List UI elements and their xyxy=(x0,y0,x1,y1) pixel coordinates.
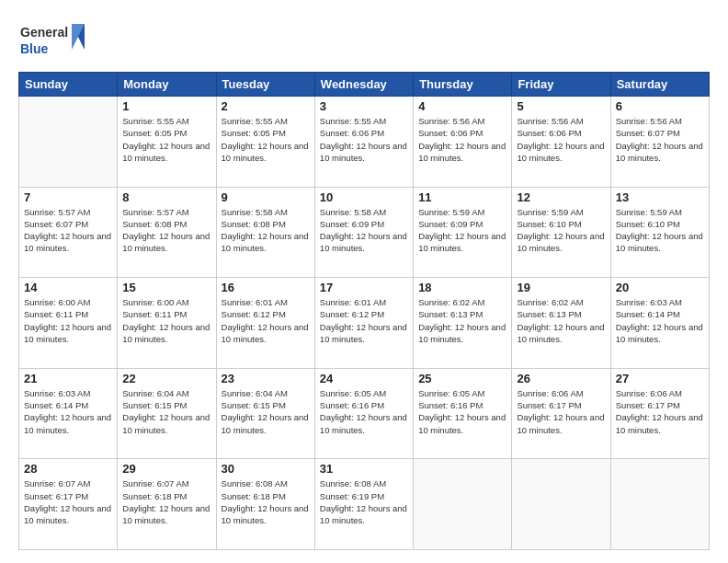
calendar-cell: 30Sunrise: 6:08 AMSunset: 6:18 PMDayligh… xyxy=(216,459,314,550)
day-info: Sunrise: 6:07 AMSunset: 6:17 PMDaylight:… xyxy=(24,477,112,526)
page: General Blue SundayMondayTuesdayWednesda… xyxy=(0,0,728,563)
day-number: 8 xyxy=(122,190,210,204)
calendar-table: SundayMondayTuesdayWednesdayThursdayFrid… xyxy=(18,72,710,550)
day-info: Sunrise: 6:08 AMSunset: 6:19 PMDaylight:… xyxy=(320,477,408,526)
day-info: Sunrise: 5:55 AMSunset: 6:06 PMDaylight:… xyxy=(320,115,408,164)
day-info: Sunrise: 5:59 AMSunset: 6:10 PMDaylight:… xyxy=(517,206,605,255)
day-info: Sunrise: 6:03 AMSunset: 6:14 PMDaylight:… xyxy=(24,387,112,436)
calendar-cell: 7Sunrise: 5:57 AMSunset: 6:07 PMDaylight… xyxy=(19,187,118,278)
day-number: 13 xyxy=(616,190,704,204)
svg-text:Blue: Blue xyxy=(20,41,49,56)
calendar-cell: 5Sunrise: 5:56 AMSunset: 6:06 PMDaylight… xyxy=(512,97,610,188)
day-number: 19 xyxy=(517,281,605,294)
logo-svg: General Blue xyxy=(18,17,110,64)
calendar-cell: 29Sunrise: 6:07 AMSunset: 6:18 PMDayligh… xyxy=(118,459,216,550)
day-number: 26 xyxy=(517,372,605,385)
calendar-cell: 14Sunrise: 6:00 AMSunset: 6:11 PMDayligh… xyxy=(19,278,118,369)
calendar-cell: 19Sunrise: 6:02 AMSunset: 6:13 PMDayligh… xyxy=(512,278,610,369)
day-number: 29 xyxy=(122,462,210,476)
calendar-cell: 3Sunrise: 5:55 AMSunset: 6:06 PMDaylight… xyxy=(314,97,413,188)
day-number: 23 xyxy=(222,372,310,385)
column-header-tuesday: Tuesday xyxy=(216,73,314,97)
day-info: Sunrise: 5:56 AMSunset: 6:07 PMDaylight:… xyxy=(616,115,704,164)
calendar-cell: 2Sunrise: 5:55 AMSunset: 6:05 PMDaylight… xyxy=(216,97,314,188)
svg-text:General: General xyxy=(20,25,68,40)
calendar-week-row: 28Sunrise: 6:07 AMSunset: 6:17 PMDayligh… xyxy=(19,459,710,550)
day-info: Sunrise: 6:02 AMSunset: 6:13 PMDaylight:… xyxy=(418,296,506,345)
day-info: Sunrise: 5:59 AMSunset: 6:09 PMDaylight:… xyxy=(418,206,506,255)
calendar-cell: 21Sunrise: 6:03 AMSunset: 6:14 PMDayligh… xyxy=(19,368,118,459)
day-info: Sunrise: 6:02 AMSunset: 6:13 PMDaylight:… xyxy=(517,296,605,345)
day-info: Sunrise: 5:58 AMSunset: 6:09 PMDaylight:… xyxy=(320,206,408,255)
day-info: Sunrise: 5:56 AMSunset: 6:06 PMDaylight:… xyxy=(418,115,506,164)
day-number: 17 xyxy=(320,281,408,294)
calendar-cell: 18Sunrise: 6:02 AMSunset: 6:13 PMDayligh… xyxy=(414,278,512,369)
day-number: 30 xyxy=(222,462,310,476)
calendar-week-row: 7Sunrise: 5:57 AMSunset: 6:07 PMDaylight… xyxy=(19,187,710,278)
calendar-cell: 8Sunrise: 5:57 AMSunset: 6:08 PMDaylight… xyxy=(118,187,216,278)
calendar-cell: 16Sunrise: 6:01 AMSunset: 6:12 PMDayligh… xyxy=(216,278,314,369)
calendar-cell xyxy=(512,459,610,550)
day-number: 18 xyxy=(418,281,506,294)
calendar-cell: 13Sunrise: 5:59 AMSunset: 6:10 PMDayligh… xyxy=(610,187,709,278)
day-info: Sunrise: 5:55 AMSunset: 6:05 PMDaylight:… xyxy=(222,115,310,164)
calendar-cell: 24Sunrise: 6:05 AMSunset: 6:16 PMDayligh… xyxy=(314,368,413,459)
logo-block: General Blue xyxy=(18,17,110,63)
calendar-cell xyxy=(414,459,512,550)
calendar-cell: 1Sunrise: 5:55 AMSunset: 6:05 PMDaylight… xyxy=(118,97,216,188)
day-info: Sunrise: 6:08 AMSunset: 6:18 PMDaylight:… xyxy=(222,477,310,526)
calendar-cell: 20Sunrise: 6:03 AMSunset: 6:14 PMDayligh… xyxy=(610,278,709,369)
header: General Blue xyxy=(18,17,710,63)
day-number: 6 xyxy=(616,99,704,113)
day-info: Sunrise: 6:04 AMSunset: 6:15 PMDaylight:… xyxy=(122,387,210,436)
day-number: 9 xyxy=(222,190,310,204)
calendar-cell: 28Sunrise: 6:07 AMSunset: 6:17 PMDayligh… xyxy=(19,459,118,550)
day-number: 21 xyxy=(24,372,112,385)
calendar-cell: 6Sunrise: 5:56 AMSunset: 6:07 PMDaylight… xyxy=(610,97,709,188)
day-number: 14 xyxy=(24,281,112,294)
day-number: 7 xyxy=(24,190,112,204)
calendar-cell: 25Sunrise: 6:05 AMSunset: 6:16 PMDayligh… xyxy=(414,368,512,459)
calendar-header-row: SundayMondayTuesdayWednesdayThursdayFrid… xyxy=(19,73,710,97)
calendar-cell: 31Sunrise: 6:08 AMSunset: 6:19 PMDayligh… xyxy=(314,459,413,550)
column-header-saturday: Saturday xyxy=(610,73,709,97)
day-info: Sunrise: 6:00 AMSunset: 6:11 PMDaylight:… xyxy=(122,296,210,345)
calendar-cell: 10Sunrise: 5:58 AMSunset: 6:09 PMDayligh… xyxy=(314,187,413,278)
day-info: Sunrise: 5:57 AMSunset: 6:07 PMDaylight:… xyxy=(24,206,112,255)
day-info: Sunrise: 5:57 AMSunset: 6:08 PMDaylight:… xyxy=(122,206,210,255)
calendar-cell: 22Sunrise: 6:04 AMSunset: 6:15 PMDayligh… xyxy=(118,368,216,459)
day-number: 10 xyxy=(320,190,408,204)
day-number: 12 xyxy=(517,190,605,204)
day-number: 28 xyxy=(24,462,112,476)
calendar-cell: 9Sunrise: 5:58 AMSunset: 6:08 PMDaylight… xyxy=(216,187,314,278)
day-number: 4 xyxy=(418,99,506,113)
calendar-week-row: 1Sunrise: 5:55 AMSunset: 6:05 PMDaylight… xyxy=(19,97,710,188)
column-header-thursday: Thursday xyxy=(414,73,512,97)
calendar-week-row: 14Sunrise: 6:00 AMSunset: 6:11 PMDayligh… xyxy=(19,278,710,369)
column-header-friday: Friday xyxy=(512,73,610,97)
day-number: 2 xyxy=(222,99,310,113)
day-number: 20 xyxy=(616,281,704,294)
calendar-cell: 23Sunrise: 6:04 AMSunset: 6:15 PMDayligh… xyxy=(216,368,314,459)
day-info: Sunrise: 6:05 AMSunset: 6:16 PMDaylight:… xyxy=(418,387,506,436)
logo: General Blue xyxy=(18,17,110,63)
day-info: Sunrise: 6:05 AMSunset: 6:16 PMDaylight:… xyxy=(320,387,408,436)
day-info: Sunrise: 6:07 AMSunset: 6:18 PMDaylight:… xyxy=(122,477,210,526)
calendar-cell: 4Sunrise: 5:56 AMSunset: 6:06 PMDaylight… xyxy=(414,97,512,188)
column-header-monday: Monday xyxy=(118,73,216,97)
calendar-cell xyxy=(610,459,709,550)
day-number: 3 xyxy=(320,99,408,113)
column-header-sunday: Sunday xyxy=(19,73,118,97)
calendar-cell: 27Sunrise: 6:06 AMSunset: 6:17 PMDayligh… xyxy=(610,368,709,459)
day-info: Sunrise: 6:01 AMSunset: 6:12 PMDaylight:… xyxy=(222,296,310,345)
calendar-week-row: 21Sunrise: 6:03 AMSunset: 6:14 PMDayligh… xyxy=(19,368,710,459)
calendar-cell: 12Sunrise: 5:59 AMSunset: 6:10 PMDayligh… xyxy=(512,187,610,278)
day-info: Sunrise: 6:06 AMSunset: 6:17 PMDaylight:… xyxy=(616,387,704,436)
day-info: Sunrise: 6:04 AMSunset: 6:15 PMDaylight:… xyxy=(222,387,310,436)
calendar-cell xyxy=(19,97,118,188)
day-info: Sunrise: 5:55 AMSunset: 6:05 PMDaylight:… xyxy=(122,115,210,164)
day-info: Sunrise: 5:59 AMSunset: 6:10 PMDaylight:… xyxy=(616,206,704,255)
day-info: Sunrise: 6:01 AMSunset: 6:12 PMDaylight:… xyxy=(320,296,408,345)
day-info: Sunrise: 6:00 AMSunset: 6:11 PMDaylight:… xyxy=(24,296,112,345)
day-number: 24 xyxy=(320,372,408,385)
